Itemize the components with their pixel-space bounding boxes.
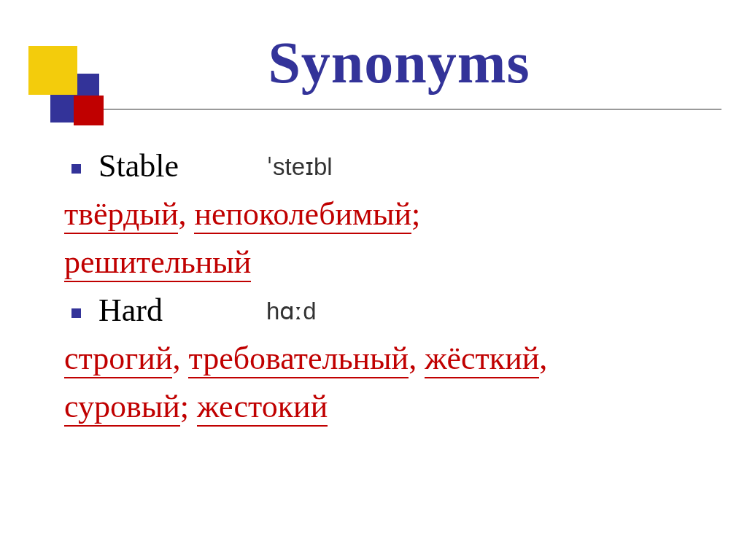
slide-title: Synonyms: [95, 32, 703, 93]
entry-ipa: hɑːd: [266, 293, 317, 330]
entry-word: Hard: [98, 287, 266, 335]
entry-word: Stable: [98, 142, 266, 190]
entry-row: Hard hɑːd: [64, 287, 703, 335]
slide: Synonyms Stable ˈsteɪbl твёрдый, непокол…: [0, 0, 747, 560]
content-area: Stable ˈsteɪbl твёрдый, непоколебимый;ре…: [64, 142, 703, 431]
entry-definitions: строгий, требовательный, жёсткий,суровый…: [64, 335, 703, 431]
bullet-icon: [71, 308, 81, 318]
title-container: Synonyms: [95, 32, 703, 93]
entry-definitions: твёрдый, непоколебимый;решительный: [64, 190, 703, 287]
yellow-square-icon: [28, 46, 77, 95]
title-underline: [63, 109, 721, 110]
red-square-icon: [74, 96, 104, 125]
entry-ipa: ˈsteɪbl: [266, 149, 333, 185]
bullet-icon: [71, 164, 81, 174]
entry-row: Stable ˈsteɪbl: [64, 142, 703, 190]
